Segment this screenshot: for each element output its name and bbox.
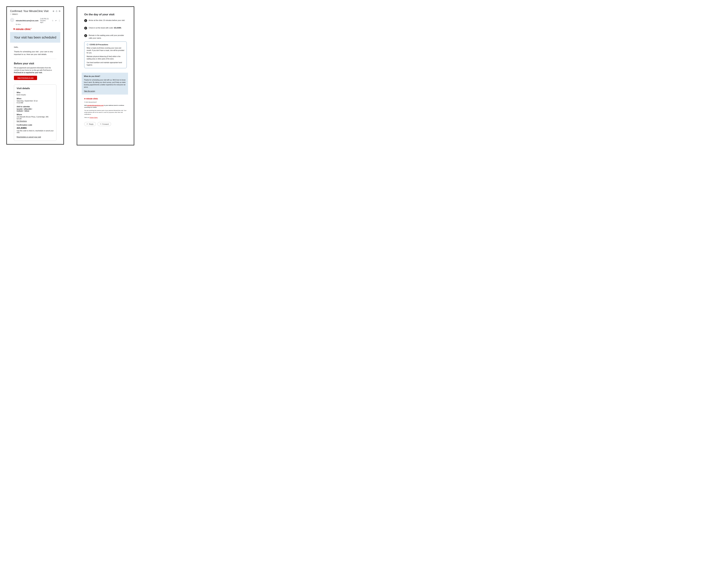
calendar-outlook-link[interactable]: Outlook xyxy=(17,110,23,112)
email-timestamp: 2:49 PM (31 minutes ago) xyxy=(40,18,49,23)
step-number-1: 1 xyxy=(84,19,87,22)
divider xyxy=(14,59,56,59)
step-2: 2 Check in at the kiosk with code: 4ZL83… xyxy=(84,27,127,30)
reply-forward-row: ↩Reply ↪Forward xyxy=(84,122,127,126)
recipient-line[interactable]: to me xyxy=(16,23,60,25)
reply-button[interactable]: ↩Reply xyxy=(84,122,96,126)
visit-details-card: Visit details Who kevin boyko When Satur… xyxy=(14,85,56,141)
archive-icon[interactable]: ⊗ xyxy=(53,10,54,12)
star-icon[interactable]: ☆ xyxy=(52,19,54,22)
sender-email[interactable]: minutecliniccare@cvs.com xyxy=(16,20,39,22)
sender-meta: minutecliniccare@cvs.com 2:49 PM (31 min… xyxy=(16,18,60,25)
calendar-yahoo-link[interactable]: Yahoo xyxy=(24,110,29,112)
before-visit-heading: Before your visit xyxy=(14,62,56,65)
sender-row: minutecliniccare@cvs.com 2:49 PM (31 min… xyxy=(10,18,60,25)
email-view-right: On the day of your visit 1 Arrive at the… xyxy=(77,6,134,145)
step-1-text: Arrive at the clinic 15 minutes before y… xyxy=(89,19,125,22)
inbox-label-chip[interactable]: Inbox xyxy=(12,13,18,15)
subject-row: Confirmed: Your MinuteClinic Visit ⊗ ⎙ ⧉ xyxy=(10,10,60,13)
step-3: 3 Remain in the waiting area until your … xyxy=(84,34,127,39)
who-value: kevin boyko xyxy=(17,94,54,96)
footer-copyright: © 2023 MinuteClinic® xyxy=(84,101,127,103)
open-new-window-icon[interactable]: ⧉ xyxy=(59,10,60,12)
survey-box: What do you think? Thanks for scheduling… xyxy=(82,73,128,95)
privacy-policy-link[interactable]: Privacy Policy. xyxy=(90,117,98,118)
where-label: Where xyxy=(17,114,54,116)
get-directions-link[interactable]: Get Directions xyxy=(17,120,27,122)
who-label: Who xyxy=(17,92,54,94)
covid-p3: Use hand sanitizer and maintain appropri… xyxy=(87,61,124,66)
info-icon: i xyxy=(87,44,89,46)
reply-icon[interactable]: ↩ xyxy=(55,19,57,22)
when-value: Saturday, September 16 at 9:10 AM xyxy=(17,100,54,104)
calendar-google-link[interactable]: Google xyxy=(17,108,22,110)
step-2-text: Check in at the kiosk with code: 4ZL83B6… xyxy=(89,27,122,29)
heart-icon: ♥ xyxy=(84,97,86,100)
email-view-left: Confirmed: Your MinuteClinic Visit ⊗ ⎙ ⧉… xyxy=(6,6,64,145)
start-precheckin-button[interactable]: Start PreCheck-In now xyxy=(14,76,37,80)
hero-title: Your visit has been scheduled xyxy=(14,35,56,39)
email-footer: ♥ minute clinic © 2023 MinuteClinic® Add… xyxy=(84,97,127,119)
brand-logo: ♥ minute clinic™ xyxy=(13,27,60,31)
covid-p1: Wear a mask at all times covering your n… xyxy=(87,47,124,54)
covid-info-box: i COVID-19 Precautions Wear a mask at al… xyxy=(84,42,127,68)
footer-brand-text: minute clinic xyxy=(86,98,98,100)
reschedule-cancel-link[interactable]: Reschedule or cancel your visit xyxy=(17,136,41,138)
footer-addressbook: Add minutecliniccare@cvs.com to your add… xyxy=(84,105,127,108)
survey-heading: What do you think? xyxy=(84,75,126,77)
calendar-office365-link[interactable]: Office365 xyxy=(24,108,31,110)
covid-title: i COVID-19 Precautions xyxy=(87,44,124,46)
step-1: 1 Arrive at the clinic 15 minutes before… xyxy=(84,19,127,22)
hero-banner: Your visit has been scheduled xyxy=(10,32,60,43)
day-of-visit-heading: On the day of your visit xyxy=(84,13,127,16)
confirmation-hint: Use this code to check in, reschedule or… xyxy=(17,130,54,133)
take-survey-link[interactable]: Take the survey xyxy=(84,90,95,92)
header-action-icons: ⊗ ⎙ ⧉ xyxy=(53,10,60,12)
before-visit-text: Fill out paperwork and payment informati… xyxy=(14,67,56,74)
reply-arrow-icon: ↩ xyxy=(87,123,88,125)
when-label: When xyxy=(17,98,54,100)
two-panel-layout: Confirmed: Your MinuteClinic Visit ⊗ ⎙ ⧉… xyxy=(6,6,722,145)
label-row: ⟩ Inbox xyxy=(10,13,60,15)
print-icon[interactable]: ⎙ xyxy=(56,10,57,12)
visit-details-heading: Visit details xyxy=(17,87,54,90)
where-value: 215 Alewife Brook Pkwy, Cambridge, MA 02… xyxy=(17,116,54,120)
confirmation-code-label: Confirmation code xyxy=(17,124,54,126)
footer-sender-email-link[interactable]: minutecliniccare@cvs.com xyxy=(87,105,104,106)
step-3-text: Remain in the waiting area until your pr… xyxy=(89,34,127,39)
add-to-calendar-label: Add to calendar xyxy=(17,106,54,108)
step-number-2: 2 xyxy=(84,27,87,30)
greeting: Hello, xyxy=(14,46,56,48)
footer-brand: ♥ minute clinic xyxy=(84,97,127,100)
more-icon[interactable]: ⋮ xyxy=(58,19,60,22)
sender-avatar[interactable] xyxy=(10,18,14,22)
covid-p2: Maintain physical distancing (6 feet) wh… xyxy=(87,55,124,60)
intro-paragraph: Thanks for scheduling your visit - your … xyxy=(14,50,56,56)
brand-text: minute clinic™ xyxy=(16,28,32,31)
email-subject: Confirmed: Your MinuteClinic Visit xyxy=(10,10,49,13)
label-important-icon[interactable]: ⟩ xyxy=(10,13,11,15)
heart-icon: ♥ xyxy=(13,27,15,31)
email-body: ♥ minute clinic™ Your visit has been sch… xyxy=(10,27,60,141)
survey-body: Thanks for scheduling your visit with us… xyxy=(84,79,126,88)
forward-button[interactable]: ↪Forward xyxy=(97,122,111,126)
calendar-links: Google| Office365| Outlook| Yahoo xyxy=(17,108,54,112)
footer-privacy: View our Privacy Policy. xyxy=(84,117,127,119)
step-number-3: 3 xyxy=(84,34,87,37)
footer-disclaimer: You are receiving this email as part of … xyxy=(84,110,127,115)
forward-arrow-icon: ↪ xyxy=(100,123,101,125)
confirmation-code-value: 4ZL83B6 xyxy=(17,127,54,129)
